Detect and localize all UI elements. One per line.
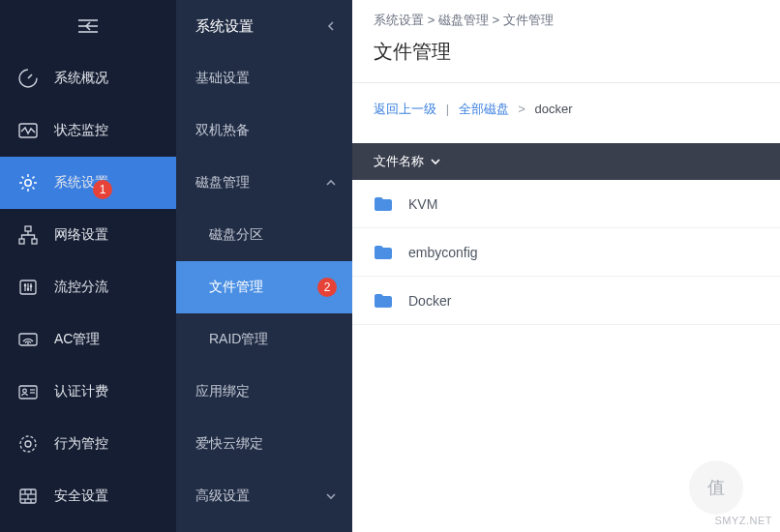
gear-icon [17,172,39,193]
sidebar-item-ac-management[interactable]: AC管理 [0,313,176,366]
file-name: embyconfig [408,245,478,260]
subnav-label: 磁盘管理 [195,174,250,192]
subnav-label: 应用绑定 [195,383,250,400]
svg-point-14 [24,284,27,287]
watermark-text: SMYZ.NET [714,515,772,526]
folder-icon [374,196,393,212]
svg-point-16 [30,285,33,288]
subnav-item-ha[interactable]: 双机热备 [176,104,352,157]
path-divider: | [446,102,449,116]
subnav-item-disk-partition[interactable]: 磁盘分区 [176,209,352,261]
page-title: 文件管理 [352,39,780,83]
back-link[interactable]: 返回上一级 [374,102,436,116]
subnav-label: 磁盘分区 [209,226,263,244]
svg-rect-7 [25,226,31,231]
subnav-label: 高级设置 [195,488,250,505]
sidebar-item-label: 网络设置 [54,226,108,244]
subnav-item-advanced[interactable]: 高级设置 [176,470,352,522]
subnav-label: RAID管理 [209,331,268,348]
breadcrumb-sep: > [428,13,435,27]
menu-icon [76,17,100,35]
chevron-down-icon [430,156,441,167]
svg-rect-9 [32,239,37,244]
annotation-badge: 1 [93,180,112,199]
secondary-sidebar-title: 系统设置 [176,0,352,52]
column-header-name: 文件名称 [374,153,424,170]
sidebar-item-overview[interactable]: 系统概况 [0,52,176,104]
main-content: 系统设置 > 磁盘管理 > 文件管理 文件管理 返回上一级 | 全部磁盘 > d… [352,0,780,532]
subnav-item-app-binding[interactable]: 应用绑定 [176,366,352,418]
svg-point-6 [25,180,31,186]
svg-point-18 [27,342,29,344]
svg-line-4 [28,74,32,78]
subnav-label: 爱快云绑定 [195,435,263,453]
sidebar-item-behavior-control[interactable]: 行为管控 [0,418,176,470]
folder-icon [374,245,393,260]
subnav-item-file-management[interactable]: 文件管理 2 [176,261,352,313]
sidebar-item-flow-control[interactable]: 流控分流 [0,261,176,313]
file-name: KVM [408,196,437,212]
sidebar-item-status[interactable]: 状态监控 [0,104,176,157]
path-root-link[interactable]: 全部磁盘 [459,102,509,116]
network-icon [17,224,39,246]
sidebar-item-label: 状态监控 [54,122,108,139]
sidebar-item-system-settings[interactable]: 系统设置 1 [0,157,176,209]
table-row[interactable]: embyconfig [352,228,780,277]
annotation-badge: 2 [317,278,337,297]
id-card-icon [17,381,39,402]
firewall-icon [17,486,39,507]
subnav-item-disk[interactable]: 磁盘管理 [176,157,352,209]
table-header[interactable]: 文件名称 [352,143,780,180]
table-row[interactable]: KVM [352,180,780,228]
path-bar: 返回上一级 | 全部磁盘 > docker [352,83,780,143]
path-sep: > [518,102,525,116]
primary-sidebar: 系统概况 状态监控 系统设置 1 网络设置 流控分流 [0,0,176,532]
wifi-icon [17,329,39,350]
sliders-icon [17,277,39,298]
sidebar-item-label: 流控分流 [54,279,108,296]
sidebar-item-label: 系统概况 [54,70,108,87]
sidebar-item-security[interactable]: 安全设置 [0,470,176,522]
sidebar-item-label: 行为管控 [54,435,108,453]
svg-point-24 [25,441,31,447]
breadcrumb-sep: > [492,13,499,27]
subnav-item-cloud-binding[interactable]: 爱快云绑定 [176,418,352,470]
sidebar-item-label: 认证计费 [54,383,108,400]
subnav-label: 基础设置 [195,70,250,87]
breadcrumb-a[interactable]: 系统设置 [374,13,424,27]
breadcrumb-c: 文件管理 [503,13,554,27]
sidebar-item-auth-billing[interactable]: 认证计费 [0,366,176,418]
subnav-label: 文件管理 [209,279,263,296]
subnav-item-basic[interactable]: 基础设置 [176,52,352,104]
sidebar-item-label: AC管理 [54,331,100,348]
gauge-icon [17,68,39,89]
sidebar-item-label: 安全设置 [54,488,108,505]
chevron-left-icon[interactable] [325,20,337,32]
activity-icon [17,120,39,141]
path-current: docker [534,102,572,116]
svg-point-23 [20,436,36,452]
table-row[interactable]: Docker [352,277,780,325]
menu-toggle[interactable] [0,0,176,52]
chevron-down-icon [325,490,337,502]
svg-point-20 [23,389,27,393]
breadcrumb-b[interactable]: 磁盘管理 [438,13,489,27]
folder-icon [374,293,393,309]
subnav-label: 双机热备 [195,122,250,139]
svg-rect-8 [19,239,24,244]
subnav-item-raid[interactable]: RAID管理 [176,313,352,366]
svg-point-15 [27,288,30,291]
secondary-sidebar: 系统设置 基础设置 双机热备 磁盘管理 磁盘分区 文件管理 2 RAID管理 应… [176,0,352,532]
breadcrumb: 系统设置 > 磁盘管理 > 文件管理 [352,0,780,39]
sidebar-item-network[interactable]: 网络设置 [0,209,176,261]
chevron-up-icon [325,177,337,189]
file-name: Docker [408,293,451,309]
section-title-label: 系统设置 [195,17,254,36]
target-icon [17,433,39,455]
